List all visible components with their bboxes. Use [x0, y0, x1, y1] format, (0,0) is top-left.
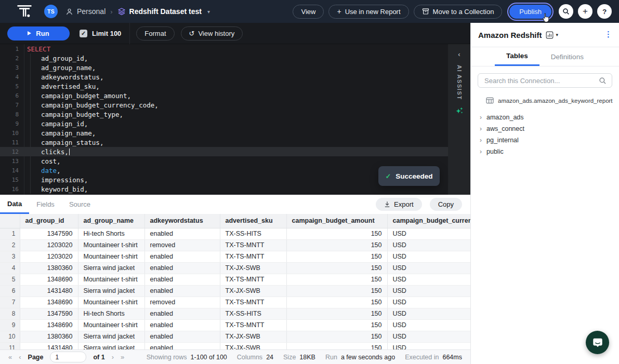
schema-item-aws_connect[interactable]: ›aws_connect — [471, 123, 619, 134]
table-cell[interactable]: TX-TS-MNTT — [220, 274, 286, 285]
column-header[interactable]: advertised_sku — [220, 214, 286, 228]
avatar[interactable]: TS — [44, 5, 58, 18]
row-number[interactable]: 7 — [0, 296, 20, 308]
table-cell[interactable]: 1431480 — [20, 342, 78, 349]
table-cell[interactable]: 150 — [286, 319, 387, 331]
code-line[interactable]: 6campaign_budget_amount, — [0, 91, 448, 100]
results-tab-source[interactable]: Source — [62, 195, 98, 214]
sidebar-tab-tables[interactable]: Tables — [495, 47, 539, 66]
code-line[interactable]: 4adkeywordstatus, — [0, 72, 448, 82]
connection-name[interactable]: Amazon Redshift — [478, 31, 542, 39]
chat-widget-button[interactable] — [586, 331, 609, 354]
table-cell[interactable]: TX-JX-SWB — [220, 331, 286, 342]
table-cell[interactable]: 1348690 — [20, 319, 78, 331]
run-button[interactable]: Run — [7, 26, 70, 41]
code-line[interactable]: 16keyword_bid, — [0, 184, 448, 194]
column-header[interactable]: campaign_budget_amount — [286, 214, 387, 228]
pinned-table-item[interactable]: amazon_ads.amazon_ads_keyword_report — [486, 97, 613, 104]
row-number[interactable]: 5 — [0, 274, 20, 285]
table-cell[interactable]: 150 — [286, 308, 387, 319]
row-number[interactable]: 3 — [0, 251, 20, 262]
column-header[interactable]: campaign_budget_currenc — [387, 214, 470, 228]
results-tab-data[interactable]: Data — [0, 195, 29, 214]
row-number[interactable]: 4 — [0, 262, 20, 274]
column-header[interactable]: ad_group_id — [20, 214, 78, 228]
table-cell[interactable]: Mountaineer t-shirt — [78, 239, 144, 251]
table-cell[interactable]: USD — [387, 274, 470, 285]
use-in-new-report-button[interactable]: + Use in new Report — [328, 5, 409, 19]
code-line[interactable]: 10campaign_name, — [0, 128, 448, 138]
connection-caret-icon[interactable]: ▾ — [556, 32, 559, 37]
table-cell[interactable]: 1380360 — [20, 262, 78, 274]
table-cell[interactable]: USD — [387, 262, 470, 274]
row-number[interactable]: 6 — [0, 285, 20, 296]
table-cell[interactable]: enabled — [144, 285, 220, 296]
document-title[interactable]: Redshift Dataset test — [129, 7, 202, 16]
first-page-icon[interactable]: « — [8, 353, 12, 361]
table-cell[interactable]: 150 — [286, 342, 387, 349]
table-cell[interactable]: USD — [387, 228, 470, 239]
schema-item-public[interactable]: ›public — [471, 146, 619, 157]
code-line[interactable]: 9campaign_id, — [0, 119, 448, 128]
table-cell[interactable]: 1347590 — [20, 228, 78, 239]
prev-page-icon[interactable]: ‹ — [19, 353, 21, 361]
table-cell[interactable]: USD — [387, 331, 470, 342]
connection-search[interactable] — [478, 73, 612, 88]
table-cell[interactable]: Hi-tech Shorts — [78, 228, 144, 239]
copy-button[interactable]: Copy — [430, 198, 462, 211]
export-button[interactable]: Export — [376, 198, 422, 211]
table-cell[interactable]: Mountaineer t-shirt — [78, 296, 144, 308]
code-line[interactable]: 8campaign_budget_type, — [0, 110, 448, 119]
table-cell[interactable]: USD — [387, 308, 470, 319]
table-cell[interactable]: TX-SS-HITS — [220, 228, 286, 239]
code-line[interactable]: 13cost, — [0, 156, 448, 166]
table-cell[interactable]: TX-JX-SWB — [220, 262, 286, 274]
search-button[interactable] — [559, 4, 573, 19]
table-cell[interactable]: Mountaineer t-shirt — [78, 274, 144, 285]
view-button[interactable]: View — [293, 5, 324, 19]
table-cell[interactable]: removed — [144, 296, 220, 308]
limit-checkbox[interactable]: ✓ — [80, 30, 87, 37]
table-cell[interactable]: enabled — [144, 331, 220, 342]
table-cell[interactable]: 150 — [286, 239, 387, 251]
table-cell[interactable]: 1380360 — [20, 331, 78, 342]
table-cell[interactable]: enabled — [144, 251, 220, 262]
table-cell[interactable]: Mountaineer t-shirt — [78, 251, 144, 262]
table-cell[interactable]: enabled — [144, 228, 220, 239]
code-line[interactable]: 3ad_group_name, — [0, 63, 448, 72]
publish-button[interactable]: Publish — [509, 5, 551, 19]
table-cell[interactable]: Mountaineer t-shirt — [78, 319, 144, 331]
column-header[interactable]: ad_group_name — [78, 214, 144, 228]
table-cell[interactable]: Hi-tech Shorts — [78, 308, 144, 319]
row-number[interactable]: 9 — [0, 319, 20, 331]
table-cell[interactable]: USD — [387, 239, 470, 251]
table-cell[interactable]: 150 — [286, 285, 387, 296]
table-cell[interactable]: USD — [387, 251, 470, 262]
table-cell[interactable]: enabled — [144, 308, 220, 319]
table-cell[interactable]: 150 — [286, 262, 387, 274]
breadcrumb-workspace[interactable]: Personal — [77, 7, 106, 16]
table-cell[interactable]: enabled — [144, 342, 220, 349]
schema-item-pg_internal[interactable]: ›pg_internal — [471, 134, 619, 146]
move-to-collection-button[interactable]: Move to a Collection — [414, 5, 503, 19]
column-header[interactable]: adkeywordstatus — [144, 214, 220, 228]
row-number[interactable]: 8 — [0, 308, 20, 319]
table-cell[interactable]: TX-TS-MNTT — [220, 319, 286, 331]
table-cell[interactable]: 150 — [286, 228, 387, 239]
code-line[interactable]: 1SELECT — [0, 44, 448, 53]
page-input[interactable] — [50, 352, 86, 362]
table-cell[interactable]: Sierra wind jacket — [78, 342, 144, 349]
table-cell[interactable]: Sierra wind jacket — [78, 262, 144, 274]
next-page-icon[interactable]: › — [112, 353, 114, 361]
schema-item-amazon_ads[interactable]: ›amazon_ads — [471, 112, 619, 123]
table-cell[interactable]: 150 — [286, 251, 387, 262]
connection-search-input[interactable] — [483, 76, 599, 85]
table-cell[interactable]: TX-JX-SWB — [220, 342, 286, 349]
row-number[interactable]: 10 — [0, 331, 20, 342]
table-cell[interactable]: 1348690 — [20, 296, 78, 308]
table-cell[interactable]: TX-TS-MNTT — [220, 296, 286, 308]
title-caret-icon[interactable]: ▾ — [207, 9, 210, 15]
table-cell[interactable]: USD — [387, 319, 470, 331]
table-cell[interactable]: enabled — [144, 274, 220, 285]
kebab-menu-icon[interactable]: ⋮ — [604, 30, 612, 39]
